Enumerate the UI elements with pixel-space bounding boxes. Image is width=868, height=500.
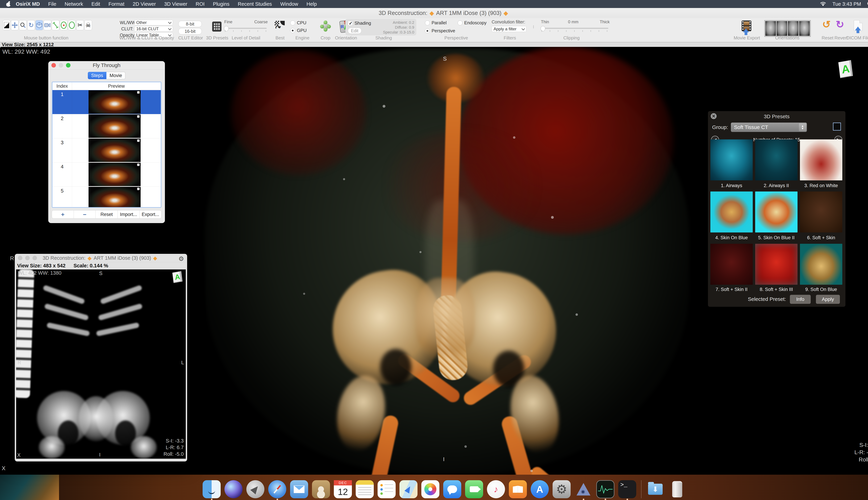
fly-step-row-1[interactable]: 1 [53, 90, 161, 114]
wl-ww-contrast-tool[interactable] [3, 20, 10, 30]
wlww-dropdown[interactable]: Other [134, 20, 173, 25]
revert-icon[interactable]: ↻ [836, 20, 844, 30]
preset-thumb-airways[interactable] [710, 139, 753, 180]
tab-movie[interactable]: Movie [106, 72, 125, 79]
orientations-buttons[interactable] [764, 20, 811, 37]
orientation-sagittal-left-icon[interactable] [788, 21, 799, 36]
small-orientation-cube-widget[interactable]: A [172, 271, 183, 283]
zoom-window-button[interactable] [33, 256, 37, 260]
clipping-checkbox[interactable] [533, 25, 534, 29]
preset-thumb-soft-skin-2[interactable] [710, 244, 753, 285]
fly-step-row-4[interactable]: 4 [53, 162, 161, 186]
menu-app-name[interactable]: OsiriX MD [16, 1, 44, 7]
dock-calendar-icon[interactable]: DEC12 [334, 480, 352, 498]
orientation-coronal-icon[interactable] [777, 21, 787, 36]
scissors-tool[interactable]: ✂ [76, 20, 84, 30]
dock-facetime-icon[interactable] [465, 480, 483, 498]
crop-icon[interactable] [320, 21, 331, 31]
spotlight-search-icon[interactable] [867, 1, 868, 7]
preset-thumb-soft-skin[interactable] [800, 192, 842, 232]
preset-thumb-soft-on-blue[interactable] [800, 244, 842, 285]
menu-roi[interactable]: ROI [192, 1, 209, 7]
preset-group-dropdown[interactable]: Soft Tissue CT▲▼ [731, 123, 807, 132]
menu-3d-viewer[interactable]: 3D Viewer [160, 1, 192, 7]
dock-reminders-icon[interactable] [378, 480, 396, 498]
export-steps-button[interactable]: Export... [140, 211, 161, 218]
menu-format[interactable]: Format [104, 1, 129, 7]
gear-icon[interactable]: ⚙ [179, 255, 184, 262]
dock-safari-icon[interactable] [268, 480, 286, 498]
bone-removal-tool[interactable]: ☠ [84, 20, 92, 30]
minimize-button[interactable] [25, 256, 30, 260]
camera-flythrough-tool[interactable] [44, 20, 51, 30]
menu-2d-viewer[interactable]: 2D Viewer [129, 1, 160, 7]
close-button[interactable] [18, 256, 22, 260]
dock-photos-icon[interactable] [421, 480, 439, 498]
convolution-filter-dropdown[interactable]: Apply a filter [492, 26, 526, 32]
presets-grid-icon[interactable] [212, 22, 221, 32]
zoom-tool[interactable] [19, 20, 27, 30]
menu-plugins[interactable]: Plugins [209, 1, 234, 7]
dock-notes-icon[interactable] [356, 480, 374, 498]
preset-thumb-red-on-white[interactable] [800, 139, 842, 180]
small-render-viewport[interactable]: WL: 402 WW: 1380 S I R L X S-I: -3.3 L-R… [16, 270, 186, 459]
dock-launchpad-icon[interactable] [246, 480, 264, 498]
preset-info-button[interactable]: Info [790, 295, 811, 304]
dock-activity-monitor-icon[interactable] [596, 480, 614, 498]
fly-step-preview-5[interactable] [89, 187, 141, 208]
best-rendering-icon[interactable]: ↷ [275, 21, 285, 31]
cpu-radio[interactable] [290, 21, 295, 25]
clut-8bit-button[interactable]: 8-bit [179, 21, 202, 27]
fly-step-preview-2[interactable] [89, 114, 141, 138]
menu-help[interactable]: Help [302, 1, 321, 7]
menu-window[interactable]: Window [276, 1, 302, 7]
shading-checkbox[interactable] [348, 21, 353, 26]
remove-step-button[interactable]: − [74, 211, 96, 218]
movie-export-icon[interactable] [742, 21, 751, 31]
dock-osirix-icon[interactable]: ◉ [574, 480, 593, 498]
fly-step-preview-1[interactable] [89, 90, 141, 114]
point-roi-tool[interactable] [60, 20, 68, 30]
minimize-button[interactable] [59, 63, 63, 68]
dock-trash-icon[interactable] [668, 480, 686, 498]
dock-contacts-icon[interactable] [312, 480, 330, 498]
preset-thumb-airways-2[interactable] [755, 139, 798, 180]
zoom-window-button[interactable] [66, 63, 70, 68]
gpu-radio[interactable] [290, 28, 295, 33]
fly-step-row-2[interactable]: 2 [53, 114, 161, 138]
orientation-cube-widget[interactable]: A [838, 60, 853, 78]
reset-steps-button[interactable]: Reset [96, 211, 117, 218]
import-steps-button[interactable]: Import... [118, 211, 140, 218]
reset-icon[interactable]: ↺ [822, 20, 831, 30]
fly-step-row-3[interactable]: 3 [53, 138, 161, 162]
clipping-slider-track[interactable] [541, 28, 608, 29]
ellipse-roi-tool[interactable] [68, 20, 76, 30]
dock-messages-icon[interactable] [443, 480, 461, 498]
rotate-3d-tool[interactable] [35, 20, 43, 30]
endoscopy-radio[interactable] [458, 21, 462, 25]
menu-recent-studies[interactable]: Recent Studies [234, 1, 276, 7]
dock-terminal-icon[interactable]: >_ [618, 480, 636, 498]
menu-network[interactable]: Network [60, 1, 87, 7]
fly-step-row-5[interactable]: 5 [53, 186, 161, 208]
pan-tool[interactable] [11, 20, 19, 30]
fly-step-preview-4[interactable] [89, 163, 141, 186]
dock-system-preferences-icon[interactable]: ⚙ [552, 480, 571, 498]
dock-siri-icon[interactable] [225, 480, 242, 498]
apple-menu-icon[interactable] [6, 1, 11, 7]
dock-app-store-icon[interactable]: A [531, 480, 549, 498]
close-button[interactable] [52, 63, 56, 68]
dock-maps-icon[interactable] [399, 480, 418, 498]
tab-steps[interactable]: Steps [88, 72, 106, 79]
dock-downloads-icon[interactable]: ⬇ [646, 480, 664, 498]
menu-clock[interactable]: Tue 3:43 PM [832, 1, 861, 7]
orientation-axial-icon[interactable] [765, 21, 776, 36]
preset-apply-button[interactable]: Apply [816, 295, 840, 304]
dicom-file-icon[interactable] [854, 20, 863, 31]
preset-thumb-soft-skin-3[interactable] [755, 244, 798, 285]
add-step-button[interactable]: + [52, 211, 74, 218]
preset-thumb-skin-on-blue[interactable] [710, 192, 753, 232]
dock-mail-icon[interactable] [290, 480, 308, 498]
menu-edit[interactable]: Edit [87, 1, 104, 7]
lod-slider-track[interactable] [224, 28, 267, 29]
